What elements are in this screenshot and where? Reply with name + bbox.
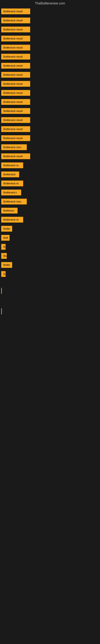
list-item: Bottleneck result xyxy=(0,124,100,134)
list-item xyxy=(0,299,100,303)
list-item: Bottleneck result xyxy=(0,79,100,88)
bottleneck-result-box[interactable]: B xyxy=(1,271,6,277)
bottleneck-result-box[interactable]: Bottleneck result xyxy=(1,153,30,159)
list-item: Bottleneck result xyxy=(0,34,100,43)
list-item: Bottleneck result xyxy=(0,106,100,116)
bottleneck-result-box[interactable]: Bottlenec xyxy=(1,208,18,214)
list-item: Bottleneck result xyxy=(0,52,100,61)
bottleneck-result-box[interactable]: Bottleneck xyxy=(1,172,19,177)
list-item: Bottleneck xyxy=(0,170,100,179)
bottleneck-result-box[interactable]: Bottleneck result xyxy=(1,90,30,96)
list-item: Bottle xyxy=(0,260,100,270)
bottleneck-result-box[interactable]: Bottleneck result xyxy=(1,63,30,69)
list-item: Bottleneck re xyxy=(0,161,100,170)
list-item xyxy=(0,282,100,286)
bottleneck-result-box[interactable]: Bottleneck result xyxy=(1,81,30,87)
bottleneck-result-box[interactable]: Bottle xyxy=(1,226,12,232)
list-item: Bottlenec xyxy=(0,206,100,215)
bottleneck-result-box[interactable]: Bottleneck result xyxy=(1,36,30,42)
list-item: Bott xyxy=(0,233,100,242)
list-item xyxy=(0,303,100,307)
list-item: Bottleneck result xyxy=(0,98,100,106)
list-item: Bottleneck r xyxy=(0,188,100,197)
bottleneck-result-box[interactable]: Bottleneck re xyxy=(1,180,23,186)
list-item xyxy=(0,278,100,282)
list-item xyxy=(0,286,100,295)
list-item: Bottleneck result xyxy=(0,116,100,124)
list-item: Bottleneck result xyxy=(0,61,100,70)
bottleneck-result-box[interactable]: B xyxy=(1,244,6,250)
bottleneck-result-box[interactable]: Bottleneck result xyxy=(1,26,30,32)
bottleneck-result-box[interactable]: Bottleneck result xyxy=(1,99,30,105)
bottleneck-result-box[interactable]: Bottleneck result xyxy=(1,54,30,60)
site-title: TheBottlenecker.com xyxy=(0,0,100,7)
list-item: Bottleneck resu xyxy=(0,143,100,152)
list-item: B xyxy=(0,270,100,278)
list-item: Bottleneck result xyxy=(0,152,100,161)
bottleneck-result-box[interactable]: Bottleneck resu xyxy=(1,199,27,204)
bottleneck-result-box[interactable]: Bo xyxy=(1,253,7,259)
list-item: Bottleneck result xyxy=(0,134,100,143)
vertical-bar xyxy=(1,308,2,314)
list-item: Bottleneck resu xyxy=(0,197,100,206)
list-item xyxy=(0,295,100,299)
bottleneck-result-box[interactable]: Bottleneck resu xyxy=(1,144,27,150)
list-item: Bottleneck re xyxy=(0,215,100,224)
list-item: Bottleneck result xyxy=(0,88,100,98)
list-item: Bottle xyxy=(0,224,100,233)
bottleneck-result-box[interactable]: Bottleneck re xyxy=(1,162,23,168)
list-item: Bottleneck result xyxy=(0,43,100,52)
bottleneck-result-box[interactable]: Bott xyxy=(1,235,10,241)
list-item xyxy=(0,307,100,316)
list-item: Bottleneck re xyxy=(0,179,100,188)
bottleneck-result-box[interactable]: Bottleneck r xyxy=(1,190,21,196)
title-text: TheBottlenecker.com xyxy=(35,2,65,5)
vertical-bar xyxy=(1,288,2,294)
list-item: Bottleneck result xyxy=(0,7,100,16)
bottleneck-result-box[interactable]: Bottleneck result xyxy=(1,72,30,78)
list-item: Bottleneck result xyxy=(0,70,100,79)
bottleneck-result-box[interactable]: Bottleneck result xyxy=(1,45,30,50)
list-item: Bottleneck result xyxy=(0,25,100,34)
bottleneck-result-box[interactable]: Bottleneck result xyxy=(1,135,30,141)
bottleneck-result-box[interactable]: Bottleneck re xyxy=(1,217,23,222)
list-item: B xyxy=(0,242,100,251)
bottleneck-result-box[interactable]: Bottleneck result xyxy=(1,8,30,14)
bottleneck-result-box[interactable]: Bottle xyxy=(1,262,12,268)
bottleneck-result-box[interactable]: Bottleneck result xyxy=(1,126,30,132)
list-item: Bo xyxy=(0,251,100,260)
bottleneck-result-box[interactable]: Bottleneck result xyxy=(1,117,30,123)
bottleneck-result-box[interactable]: Bottleneck result xyxy=(1,108,30,114)
list-item: Bottleneck result xyxy=(0,16,100,25)
bottleneck-result-box[interactable]: Bottleneck result xyxy=(1,18,30,23)
